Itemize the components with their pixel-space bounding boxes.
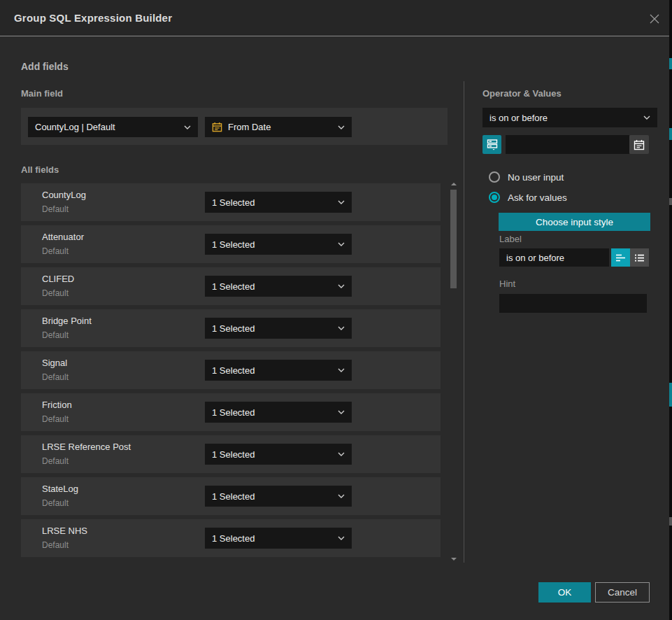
close-icon [649,13,660,24]
calendar-icon [634,139,645,150]
field-selection-dropdown[interactable]: 1 Selected [205,192,352,213]
field-subtitle: Default [42,414,69,424]
hint-input[interactable] [499,294,647,313]
field-subtitle: Default [42,288,69,298]
chevron-down-icon [338,368,345,372]
field-subtitle: Default [42,456,69,466]
radio-label[interactable]: Ask for values [508,192,567,203]
date-picker-button[interactable] [629,135,649,154]
main-field-dropdown[interactable]: From Date [205,117,352,137]
field-selection-dropdown[interactable]: 1 Selected [205,318,352,339]
field-selection-value: 1 Selected [212,365,255,376]
field-selection-value: 1 Selected [212,491,255,502]
field-row: LRSE Reference Post Default 1 Selected [21,435,441,473]
field-selection-value: 1 Selected [212,533,255,544]
field-row: Signal Default 1 Selected [21,351,441,389]
field-row: Bridge Point Default 1 Selected [21,309,441,347]
single-line-icon [615,253,626,262]
field-selection-dropdown[interactable]: 1 Selected [205,276,352,297]
chevron-down-icon [338,536,345,540]
field-name: Signal [42,358,67,368]
field-subtitle: Default [42,498,69,508]
date-value-input[interactable] [506,135,629,154]
cancel-button[interactable]: Cancel [595,582,650,603]
scrollbar-thumb[interactable] [450,190,457,288]
all-fields-heading: All fields [21,164,59,175]
chevron-down-icon [338,284,345,288]
field-selection-value: 1 Selected [212,323,255,334]
field-name: CountyLog [42,190,86,200]
field-name: LRSE Reference Post [42,442,131,452]
label-input[interactable] [499,248,609,267]
main-dataset-value: CountyLog | Default [35,122,115,132]
field-selection-value: 1 Selected [212,449,255,460]
field-subtitle: Default [42,204,69,214]
field-name: Friction [42,400,72,410]
radio-unselected-icon[interactable] [489,171,500,183]
radio-selected-icon[interactable] [489,192,500,203]
scroll-down-arrow-icon[interactable] [451,558,457,561]
panel-divider [464,81,464,563]
main-dataset-dropdown[interactable]: CountyLog | Default [28,117,198,137]
field-row: Friction Default 1 Selected [21,393,441,431]
field-selection-value: 1 Selected [212,407,255,418]
field-selection-dropdown[interactable]: 1 Selected [205,528,352,549]
list-icon [634,253,645,262]
choose-input-style-button[interactable]: Choose input style [499,213,650,231]
main-field-heading: Main field [21,88,63,99]
radio-ask-for-values[interactable]: Ask for values [489,192,567,203]
field-subtitle: Default [42,540,69,550]
radio-no-user-input[interactable]: No user input [489,171,564,183]
chevron-down-icon [338,242,345,246]
add-fields-heading: Add fields [21,61,69,72]
field-row: Attenuator Default 1 Selected [21,225,441,263]
background-app-edge [669,0,672,620]
unique-values-button[interactable] [482,135,501,154]
label-field-label: Label [499,234,522,244]
chevron-down-icon [338,200,345,204]
chevron-down-icon [338,494,345,498]
chevron-down-icon [338,452,345,456]
chevron-down-icon [338,125,345,129]
field-name: StateLog [42,484,78,494]
operator-dropdown[interactable]: is on or before [482,108,657,127]
dialog-title: Group SQL Expression Builder [14,12,172,24]
field-selection-dropdown[interactable]: 1 Selected [205,402,352,423]
field-selection-value: 1 Selected [212,239,255,250]
field-subtitle: Default [42,372,69,382]
operator-value: is on or before [489,113,548,123]
field-selection-dropdown[interactable]: 1 Selected [205,234,352,255]
value-list-icon [487,139,498,150]
scroll-up-arrow-icon[interactable] [451,183,457,185]
field-row: LRSE NHS Default 1 Selected [21,519,441,557]
field-selection-dropdown[interactable]: 1 Selected [205,360,352,381]
chevron-down-icon [643,115,650,120]
field-row: StateLog Default 1 Selected [21,477,441,515]
field-subtitle: Default [42,246,69,256]
field-name: Attenuator [42,232,84,242]
chevron-down-icon [338,410,345,414]
close-button[interactable] [647,11,662,27]
field-selection-dropdown[interactable]: 1 Selected [205,444,352,465]
main-field-value: From Date [228,122,271,132]
chevron-down-icon [338,326,345,330]
single-line-style-toggle[interactable] [611,248,630,267]
ok-button[interactable]: OK [538,582,591,603]
field-name: LRSE NHS [42,526,87,536]
field-selection-value: 1 Selected [212,281,255,292]
hint-field-label: Hint [499,279,515,289]
chevron-down-icon [184,125,191,129]
field-selection-value: 1 Selected [212,197,255,208]
list-style-toggle[interactable] [630,248,649,267]
operator-values-heading: Operator & Values [482,88,562,99]
field-subtitle: Default [42,330,69,340]
main-field-panel: CountyLog | Default From Date [21,108,448,145]
fields-list-scrollbar[interactable] [450,181,458,563]
field-selection-dropdown[interactable]: 1 Selected [205,486,352,507]
field-name: Bridge Point [42,316,92,326]
field-name: CLIFED [42,274,74,284]
field-row: CountyLog Default 1 Selected [21,183,441,221]
title-bar: Group SQL Expression Builder [0,0,669,36]
calendar-icon [212,122,222,132]
radio-label[interactable]: No user input [508,172,564,183]
